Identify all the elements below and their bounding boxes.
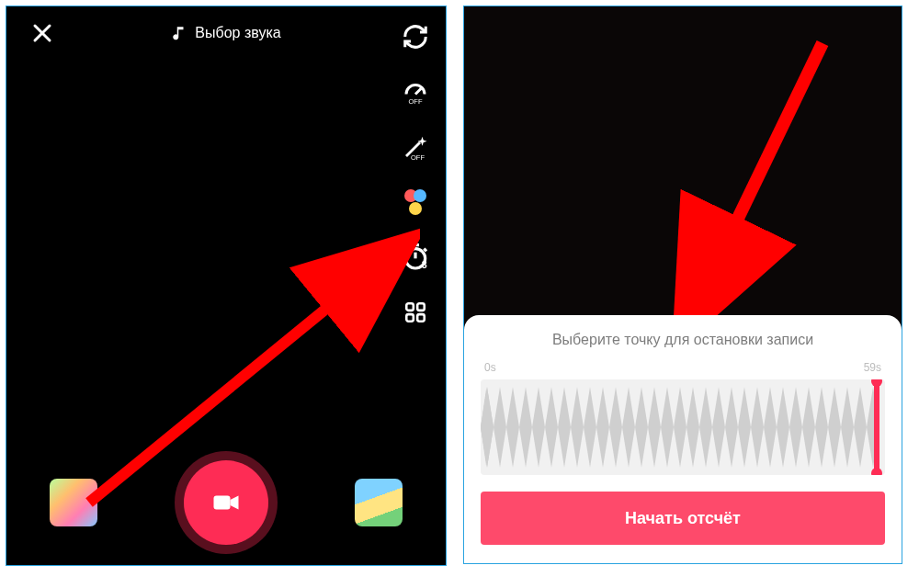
gallery-button[interactable] xyxy=(355,479,403,526)
bottom-toolbar xyxy=(6,460,446,545)
camera-preview-dark xyxy=(464,6,902,339)
beauty-button[interactable]: OFF xyxy=(400,131,431,163)
music-note-icon xyxy=(171,25,187,41)
speed-button[interactable]: OFF xyxy=(400,76,431,107)
svg-text:3: 3 xyxy=(422,259,427,270)
timer-panel: Выберите точку для остановки записи 0s 5… xyxy=(464,315,902,563)
flip-camera-icon xyxy=(402,23,429,51)
svg-marker-13 xyxy=(231,496,239,510)
speedometer-icon: OFF xyxy=(402,78,429,106)
waveform-icon xyxy=(481,379,885,475)
timer-button[interactable]: 3 xyxy=(400,242,431,273)
svg-rect-10 xyxy=(406,314,414,322)
stop-point-handle[interactable] xyxy=(874,379,879,475)
side-toolbar: OFF OFF 3 xyxy=(400,21,431,328)
svg-text:OFF: OFF xyxy=(411,153,425,161)
svg-rect-12 xyxy=(214,496,231,510)
flip-camera-button[interactable] xyxy=(400,21,431,52)
sound-select[interactable]: Выбор звука xyxy=(171,25,280,41)
timeline-start-label: 0s xyxy=(484,361,496,374)
magic-wand-icon: OFF xyxy=(402,133,429,161)
timer-settings-screen: Выберите точку для остановки записи 0s 5… xyxy=(463,6,902,564)
video-camera-icon xyxy=(210,486,243,519)
panel-title: Выберите точку для остановки записи xyxy=(481,332,885,348)
svg-rect-11 xyxy=(417,314,425,322)
sound-select-label: Выбор звука xyxy=(195,25,280,41)
more-tools-button[interactable] xyxy=(400,297,431,328)
filters-button[interactable] xyxy=(400,187,431,218)
svg-rect-9 xyxy=(417,303,425,311)
svg-line-2 xyxy=(415,88,421,94)
filters-icon xyxy=(402,188,429,216)
timer-icon: 3 xyxy=(401,243,430,272)
waveform-timeline[interactable] xyxy=(481,379,885,475)
svg-text:OFF: OFF xyxy=(409,97,423,106)
camera-screen: Выбор звука OFF OFF 3 xyxy=(6,6,447,566)
start-countdown-button[interactable]: Начать отсчёт xyxy=(481,492,885,545)
timeline-end-label: 59s xyxy=(864,361,881,374)
svg-rect-8 xyxy=(406,303,414,311)
effects-button[interactable] xyxy=(50,479,97,526)
grid-icon xyxy=(403,300,427,324)
record-button[interactable] xyxy=(184,460,268,545)
